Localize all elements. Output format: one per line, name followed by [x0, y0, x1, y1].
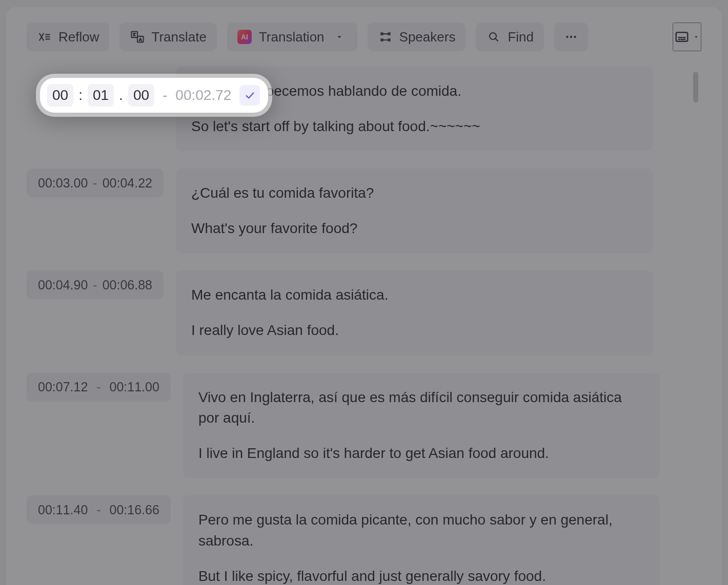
- confirm-time-button[interactable]: [239, 85, 260, 106]
- time-seconds-input[interactable]: 01: [88, 84, 114, 107]
- transcript-content: 00:01.00 - 00:02.72 npecemos hablando de…: [27, 67, 701, 585]
- transcript-row: 00:03.00 - 00:04.22 ¿Cuál es tu comida f…: [27, 169, 701, 253]
- ai-badge-icon: AI: [237, 30, 252, 44]
- transcript-row: 00:07.12 - 00:11.00 Vivo en Inglaterra, …: [27, 373, 701, 478]
- time-minutes-input[interactable]: 00: [47, 84, 73, 107]
- toolbar: Reflow Translate AI Translation: [27, 23, 701, 51]
- segment-original: ¿Cuál es tu comida favorita?: [191, 183, 637, 204]
- transcript-rows: 00:01.00 - 00:02.72 npecemos hablando de…: [27, 67, 701, 585]
- search-icon: [486, 29, 501, 45]
- translate-button[interactable]: Translate: [119, 23, 216, 51]
- segment-original: Vivo en Inglaterra, así que es más difíc…: [198, 387, 644, 429]
- speakers-label: Speakers: [399, 29, 456, 45]
- reflow-label: Reflow: [58, 29, 99, 45]
- speakers-button[interactable]: Speakers: [368, 23, 466, 51]
- find-label: Find: [508, 29, 534, 45]
- translation-dropdown[interactable]: AI Translation: [227, 23, 357, 51]
- timecode-pill[interactable]: 00:07.12 - 00:11.00: [27, 373, 171, 402]
- translation-label: Translation: [259, 29, 325, 45]
- segment-text[interactable]: ¿Cuál es tu comida favorita? What's your…: [176, 169, 653, 253]
- segment-translation: So let's start off by talking about food…: [191, 116, 637, 137]
- segment-translation: But I like spicy, flavorful and just gen…: [198, 566, 644, 585]
- timecode-pill[interactable]: 00:11.40 - 00:16.66: [27, 495, 171, 524]
- segment-translation: I live in England so it's harder to get …: [198, 443, 644, 464]
- segment-translation: I really love Asian food.: [191, 320, 637, 341]
- svg-point-7: [566, 36, 568, 38]
- find-button[interactable]: Find: [476, 23, 544, 51]
- reflow-icon: [37, 29, 52, 45]
- dot-separator: .: [119, 87, 123, 103]
- check-icon: [244, 90, 255, 101]
- segment-text[interactable]: Pero me gusta la comida picante, con muc…: [183, 495, 660, 585]
- reflow-button[interactable]: Reflow: [27, 23, 109, 51]
- range-dash: -: [163, 87, 167, 103]
- translate-icon: [130, 29, 145, 45]
- segment-translation: What's your favorite food?: [191, 218, 637, 239]
- segment-original: Me encanta la comida asiática.: [191, 285, 637, 306]
- chevron-down-icon: [693, 33, 700, 40]
- scrollbar-thumb[interactable]: [693, 72, 698, 102]
- subtitles-icon: [674, 29, 690, 45]
- more-options-button[interactable]: [554, 23, 588, 51]
- translate-label: Translate: [151, 29, 206, 45]
- colon-separator: :: [78, 87, 83, 103]
- layout-toggle-button[interactable]: [673, 23, 701, 51]
- speakers-icon: [378, 29, 393, 45]
- ellipsis-icon: [563, 29, 579, 45]
- chevron-down-icon: [332, 29, 347, 45]
- segment-text[interactable]: Me encanta la comida asiática. I really …: [176, 270, 653, 355]
- segment-original: Pero me gusta la comida picante, con muc…: [198, 510, 644, 551]
- timecode-pill[interactable]: 00:04.90 - 00:06.88: [27, 270, 164, 299]
- svg-point-9: [574, 36, 576, 38]
- time-editor-popover: 00 : 01 . 00 - 00:02.72: [40, 78, 268, 113]
- time-centis-input[interactable]: 00: [128, 84, 154, 107]
- segment-text[interactable]: Vivo en Inglaterra, así que es más difíc…: [183, 373, 660, 478]
- svg-line-6: [496, 38, 498, 41]
- timecode-pill[interactable]: 00:03.00 - 00:04.22: [27, 169, 164, 197]
- transcript-row: 00:04.90 - 00:06.88 Me encanta la comida…: [27, 270, 701, 355]
- transcript-row: 00:11.40 - 00:16.66 Pero me gusta la com…: [27, 495, 701, 585]
- time-end-display: 00:02.72: [175, 87, 231, 103]
- svg-point-8: [570, 36, 572, 38]
